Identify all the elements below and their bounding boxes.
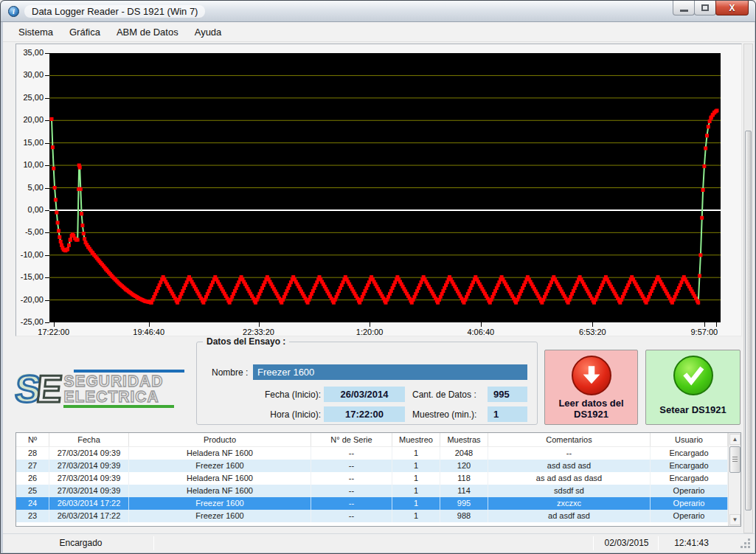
- y-axis-label: -15,00: [16, 272, 44, 281]
- table-cell: 26/03/2014 17:22: [49, 497, 129, 510]
- table-cell: 27/03/2014 09:39: [49, 472, 129, 485]
- y-axis-label: 0,00: [16, 205, 44, 214]
- table-scrollbar[interactable]: ▲ ▼: [728, 433, 741, 526]
- y-axis-tick: [45, 98, 49, 99]
- x-axis-tick: [259, 322, 260, 327]
- table-cell: --: [311, 497, 392, 510]
- x-axis-tick: [54, 322, 55, 327]
- resize-grip[interactable]: [748, 546, 750, 548]
- statusbar-separator: [593, 536, 594, 550]
- y-axis-label: 20,00: [16, 115, 44, 124]
- table-header-cell[interactable]: Usuario: [651, 433, 728, 446]
- table-header-cell[interactable]: Muestras: [440, 433, 488, 446]
- table-cell: Operario: [651, 497, 728, 510]
- x-axis-label: 1:20:00: [344, 328, 395, 336]
- y-axis-label: 10,00: [16, 160, 44, 169]
- table-cell: 1: [392, 497, 440, 510]
- table-cell: sdsdf sd: [488, 485, 651, 497]
- check-icon: [673, 356, 713, 395]
- y-axis-label: -20,00: [16, 295, 44, 304]
- muestreo-field[interactable]: 1: [488, 406, 527, 422]
- y-axis-tick: [45, 232, 49, 233]
- table-cell: --: [311, 460, 392, 472]
- menubar: Sistema Gráfica ABM de Datos Ayuda: [3, 22, 755, 42]
- table-header-cell[interactable]: Fecha: [49, 433, 129, 446]
- statusbar: Encargado 02/03/2015 12:41:43: [3, 533, 755, 553]
- nombre-field[interactable]: Freezer 1600: [253, 364, 527, 380]
- y-axis-tick: [45, 210, 49, 211]
- logo-text: SEGURIDAD ELECTRICA: [63, 370, 184, 408]
- x-axis-label: 6:53:20: [566, 328, 618, 336]
- chart-plot: [49, 53, 721, 322]
- table-header-cell[interactable]: Producto: [129, 433, 311, 446]
- table-cell: --: [311, 485, 392, 497]
- table-cell: Heladera NF 1600: [129, 472, 311, 485]
- close-button[interactable]: X: [715, 1, 749, 15]
- table-row[interactable]: 24 26/03/2014 17:22 Freezer 1600 -- 1 99…: [16, 497, 728, 510]
- scroll-down-icon[interactable]: ▼: [729, 514, 741, 525]
- hora-field[interactable]: 17:22:00: [324, 406, 405, 422]
- table-cell: --: [311, 510, 392, 522]
- menu-item[interactable]: Gráfica: [61, 24, 108, 41]
- minimize-button[interactable]: [673, 1, 695, 15]
- menu-item[interactable]: ABM de Datos: [108, 24, 187, 41]
- menu-item[interactable]: Sistema: [10, 24, 61, 41]
- download-arrow-icon: [572, 356, 611, 395]
- titlebar[interactable]: i Data Logger Reader - DS 1921 (Win 7) X: [1, 1, 755, 22]
- x-axis-label: 17:22:00: [28, 328, 80, 336]
- logo-word-2: ELECTRICA: [63, 388, 184, 404]
- table-cell: 26/03/2014 17:22: [49, 510, 129, 522]
- table-cell: Operario: [651, 510, 728, 522]
- form-scrollbar[interactable]: [743, 44, 753, 533]
- window-title: Data Logger Reader - DS 1921 (Win 7): [24, 5, 205, 18]
- table-cell: --: [488, 447, 651, 460]
- cant-datos-field[interactable]: 995: [488, 387, 527, 402]
- y-axis-tick: [45, 75, 49, 76]
- fecha-field[interactable]: 26/03/2014: [324, 387, 405, 402]
- table-cell: zxczxc: [488, 497, 651, 510]
- leer-datos-button[interactable]: Leer datos delDS1921: [544, 350, 638, 425]
- table-cell: 114: [440, 485, 488, 497]
- groupbox-legend: Datos del Ensayo :: [203, 336, 289, 347]
- table-cell: 1: [392, 472, 440, 485]
- table-cell: 1: [392, 460, 440, 472]
- y-axis-tick: [45, 120, 49, 121]
- table-cell: 988: [440, 510, 488, 522]
- table-cell: 27/03/2014 09:39: [49, 447, 129, 460]
- setear-button[interactable]: Setear DS1921: [645, 350, 741, 425]
- cant-datos-label: Cant. de Datos :: [412, 389, 476, 400]
- table-header-cell[interactable]: Nº: [16, 433, 49, 446]
- table-cell: 995: [440, 497, 488, 510]
- maximize-button[interactable]: [694, 1, 716, 15]
- x-axis-tick: [704, 322, 705, 327]
- table-cell: Encargado: [651, 460, 728, 472]
- table-header-cell[interactable]: Muestreo: [392, 433, 440, 446]
- table-cell: Encargado: [651, 472, 728, 485]
- menu-item[interactable]: Ayuda: [187, 24, 230, 41]
- table-cell: Freezer 1600: [129, 497, 311, 510]
- table-body: 28 27/03/2014 09:39 Heladera NF 1600 -- …: [16, 447, 728, 522]
- table-cell: Heladera NF 1600: [129, 485, 311, 497]
- form-scrollbar-thumb[interactable]: [745, 131, 752, 510]
- table-row[interactable]: 25 27/03/2014 09:39 Heladera NF 1600 -- …: [16, 485, 728, 497]
- table-row[interactable]: 23 26/03/2014 17:22 Freezer 1600 -- 1 98…: [16, 510, 728, 522]
- scroll-up-icon[interactable]: ▲: [729, 434, 741, 445]
- y-axis-label: -5,00: [16, 227, 44, 236]
- table-header-cell[interactable]: N° de Serie: [311, 433, 392, 446]
- table-cell: 120: [440, 460, 488, 472]
- table-row[interactable]: 27 27/03/2014 09:39 Freezer 1600 -- 1 12…: [16, 460, 728, 472]
- table-row[interactable]: 26 27/03/2014 09:39 Heladera NF 1600 -- …: [16, 472, 728, 485]
- x-axis-tick: [149, 322, 150, 327]
- table-cell: Operario: [651, 485, 728, 497]
- x-axis-tick: [716, 322, 717, 327]
- client-area: Sistema Gráfica ABM de Datos Ayuda 35,00…: [3, 22, 755, 553]
- table-cell: --: [311, 472, 392, 485]
- table-cell: 27: [16, 460, 49, 472]
- table-scrollbar-thumb[interactable]: [729, 446, 741, 473]
- y-axis-tick: [45, 143, 49, 144]
- table-row[interactable]: 28 27/03/2014 09:39 Heladera NF 1600 -- …: [16, 447, 728, 460]
- y-axis-label: 30,00: [16, 70, 44, 79]
- table-cell: asd asd asd: [488, 460, 651, 472]
- table-header-cell[interactable]: Comentarios: [488, 433, 651, 446]
- muestreo-label: Muestreo (min.):: [412, 409, 476, 420]
